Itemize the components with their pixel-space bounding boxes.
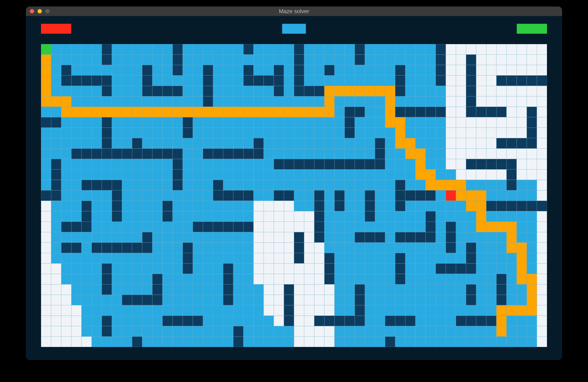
maze-cell[interactable]: [395, 211, 405, 222]
maze-cell[interactable]: [203, 274, 213, 284]
maze-cell[interactable]: [253, 86, 264, 96]
titlebar[interactable]: Maze solver: [26, 6, 562, 16]
maze-cell[interactable]: [112, 274, 122, 284]
maze-cell[interactable]: [355, 96, 365, 107]
maze-cell[interactable]: [344, 44, 355, 54]
maze-cell[interactable]: [244, 263, 254, 274]
maze-cell[interactable]: [314, 274, 324, 284]
maze-cell[interactable]: [537, 305, 547, 316]
maze-cell[interactable]: [233, 86, 244, 96]
maze-cell[interactable]: [253, 316, 264, 326]
maze-cell[interactable]: [405, 316, 416, 326]
maze-cell[interactable]: [122, 284, 132, 295]
maze-cell[interactable]: [223, 159, 233, 169]
maze-cell[interactable]: [91, 253, 102, 263]
maze-cell[interactable]: [304, 75, 314, 86]
maze-cell[interactable]: [466, 201, 476, 211]
maze-cell[interactable]: [233, 117, 244, 128]
maze-cell[interactable]: [152, 243, 163, 253]
maze-cell[interactable]: [324, 274, 335, 284]
maze-cell[interactable]: [344, 65, 355, 75]
maze-cell[interactable]: [314, 337, 324, 347]
maze-cell[interactable]: [476, 75, 486, 86]
maze-cell[interactable]: [466, 190, 476, 201]
maze-cell[interactable]: [183, 222, 193, 232]
maze-cell[interactable]: [152, 96, 163, 107]
maze-cell[interactable]: [163, 128, 173, 138]
maze-cell[interactable]: [304, 148, 314, 159]
maze-cell[interactable]: [517, 190, 527, 201]
maze-cell[interactable]: [304, 253, 314, 263]
maze-cell[interactable]: [82, 86, 92, 96]
maze-cell[interactable]: [223, 96, 233, 107]
maze-cell[interactable]: [527, 159, 537, 169]
maze-cell[interactable]: [517, 96, 527, 107]
maze-cell[interactable]: [537, 201, 547, 211]
maze-cell[interactable]: [324, 107, 335, 117]
maze-cell[interactable]: [314, 253, 324, 263]
maze-cell[interactable]: [244, 243, 254, 253]
maze-cell[interactable]: [425, 274, 436, 284]
maze-cell[interactable]: [385, 44, 395, 54]
maze-cell[interactable]: [314, 295, 324, 305]
maze-cell[interactable]: [112, 263, 122, 274]
maze-cell[interactable]: [253, 284, 264, 295]
maze-cell[interactable]: [497, 222, 507, 232]
maze-cell[interactable]: [456, 180, 466, 190]
maze-cell[interactable]: [314, 263, 324, 274]
maze-cell[interactable]: [446, 222, 456, 232]
maze-cell[interactable]: [253, 243, 264, 253]
maze-cell[interactable]: [344, 316, 355, 326]
maze-cell[interactable]: [284, 117, 294, 128]
maze-cell[interactable]: [385, 148, 395, 159]
maze-cell[interactable]: [425, 148, 436, 159]
maze-cell[interactable]: [395, 148, 405, 159]
maze-cell[interactable]: [375, 148, 385, 159]
maze-cell[interactable]: [213, 75, 223, 86]
maze-cell[interactable]: [385, 337, 395, 347]
maze-cell[interactable]: [203, 117, 213, 128]
maze-cell[interactable]: [223, 337, 233, 347]
maze-cell[interactable]: [223, 180, 233, 190]
maze-cell[interactable]: [122, 326, 132, 337]
maze-cell[interactable]: [51, 274, 61, 284]
maze-cell[interactable]: [476, 305, 486, 316]
maze-cell[interactable]: [436, 305, 446, 316]
maze-cell[interactable]: [355, 138, 365, 148]
maze-cell[interactable]: [335, 253, 345, 263]
maze-cell[interactable]: [425, 169, 436, 180]
maze-cell[interactable]: [486, 232, 497, 242]
maze-cell[interactable]: [264, 253, 274, 263]
maze-cell[interactable]: [304, 326, 314, 337]
maze-cell[interactable]: [385, 305, 395, 316]
maze-cell[interactable]: [375, 201, 385, 211]
maze-cell[interactable]: [537, 148, 547, 159]
maze-cell[interactable]: [416, 211, 426, 222]
maze-cell[interactable]: [395, 274, 405, 284]
maze-cell[interactable]: [324, 128, 335, 138]
maze-cell[interactable]: [244, 253, 254, 263]
maze-cell[interactable]: [506, 138, 517, 148]
maze-cell[interactable]: [91, 222, 102, 232]
maze-cell[interactable]: [517, 326, 527, 337]
maze-cell[interactable]: [375, 107, 385, 117]
maze-cell[interactable]: [416, 86, 426, 96]
maze-cell[interactable]: [497, 180, 507, 190]
maze-cell[interactable]: [335, 274, 345, 284]
maze-cell[interactable]: [537, 169, 547, 180]
maze-cell[interactable]: [284, 284, 294, 295]
maze-cell[interactable]: [375, 326, 385, 337]
maze-cell[interactable]: [537, 337, 547, 347]
maze-cell[interactable]: [213, 190, 223, 201]
maze-cell[interactable]: [416, 44, 426, 54]
maze-cell[interactable]: [335, 201, 345, 211]
maze-cell[interactable]: [233, 107, 244, 117]
maze-cell[interactable]: [213, 117, 223, 128]
maze-cell[interactable]: [355, 243, 365, 253]
maze-cell[interactable]: [436, 232, 446, 242]
maze-cell[interactable]: [385, 274, 395, 284]
maze-cell[interactable]: [537, 44, 547, 54]
maze-cell[interactable]: [244, 148, 254, 159]
maze-cell[interactable]: [183, 75, 193, 86]
maze-cell[interactable]: [466, 274, 476, 284]
